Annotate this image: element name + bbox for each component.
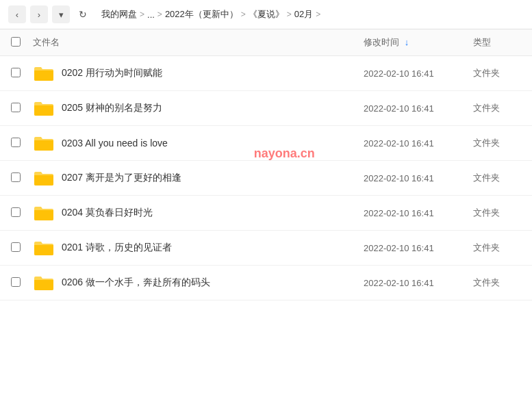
folder-icon	[33, 204, 55, 222]
folder-icon	[33, 274, 55, 292]
sort-icon: ↓	[405, 37, 409, 47]
file-name-text: 0201 诗歌，历史的见证者	[62, 242, 172, 254]
file-type: 文件夹	[473, 172, 521, 184]
breadcrumb-show[interactable]: 《夏说》	[249, 8, 284, 21]
back-button[interactable]: ‹	[8, 5, 26, 23]
breadcrumb-mycloud[interactable]: 我的网盘	[101, 8, 137, 21]
table-row[interactable]: 0204 莫负春日好时光 2022-02-10 16:41 文件夹	[0, 196, 532, 231]
file-name-text: 0203 All you need is love	[62, 138, 168, 149]
row-checkbox-0[interactable]	[11, 68, 21, 77]
row-checkbox-5[interactable]	[11, 242, 21, 252]
header-name-col: 文件名	[30, 36, 364, 49]
file-date: 2022-02-10 16:41	[364, 138, 473, 149]
table-row[interactable]: 0201 诗歌，历史的见证者 2022-02-10 16:41 文件夹	[0, 231, 532, 266]
breadcrumb: 我的网盘 > ... > 2022年（更新中） > 《夏说》 > 02月 >	[96, 5, 524, 23]
table-row[interactable]: 0205 财神的别名是努力 2022-02-10 16:41 文件夹	[0, 91, 532, 126]
file-date: 2022-02-10 16:41	[364, 103, 473, 114]
header-date-label: 修改时间	[364, 37, 399, 47]
file-type: 文件夹	[473, 102, 521, 114]
table-row[interactable]: 0203 All you need is love 2022-02-10 16:…	[0, 126, 532, 161]
header-date-col[interactable]: 修改时间 ↓	[364, 36, 473, 49]
header-checkbox-col	[11, 37, 30, 49]
file-name-text: 0207 离开是为了更好的相逢	[62, 172, 181, 184]
file-type: 文件夹	[473, 242, 521, 254]
file-name-text: 0204 莫负春日好时光	[62, 207, 153, 219]
file-name-text: 0206 做一个水手，奔赴所有的码头	[62, 277, 210, 289]
refresh-button[interactable]: ↻	[74, 5, 92, 23]
header-name-label: 文件名	[33, 37, 60, 47]
file-type: 文件夹	[473, 137, 521, 149]
file-name-text: 0202 用行动为时间赋能	[62, 67, 162, 79]
file-type: 文件夹	[473, 67, 521, 79]
folder-icon	[33, 239, 55, 257]
breadcrumb-sep-4: >	[316, 10, 320, 19]
breadcrumb-month[interactable]: 02月	[294, 8, 313, 21]
file-type: 文件夹	[473, 277, 521, 289]
table-header: 文件名 修改时间 ↓ 类型	[0, 29, 532, 56]
breadcrumb-year[interactable]: 2022年（更新中）	[165, 8, 238, 21]
dropdown-button[interactable]: ▾	[52, 5, 70, 23]
file-name-text: 0205 财神的别名是努力	[62, 102, 162, 114]
header-type-label: 类型	[473, 37, 491, 47]
folder-icon	[33, 169, 55, 187]
row-checkbox-6[interactable]	[11, 277, 21, 287]
select-all-checkbox[interactable]	[11, 37, 21, 47]
row-checkbox-4[interactable]	[11, 207, 21, 217]
file-date: 2022-02-10 16:41	[364, 243, 473, 253]
table-row[interactable]: 0202 用行动为时间赋能 2022-02-10 16:41 文件夹	[0, 56, 532, 91]
table-row[interactable]: 0207 离开是为了更好的相逢 2022-02-10 16:41 文件夹	[0, 161, 532, 196]
breadcrumb-sep-1: >	[157, 10, 162, 19]
file-date: 2022-02-10 16:41	[364, 173, 473, 183]
folder-icon	[33, 99, 55, 117]
file-type: 文件夹	[473, 207, 521, 219]
row-checkbox-2[interactable]	[11, 138, 21, 147]
breadcrumb-ellipsis[interactable]: ...	[147, 10, 155, 20]
folder-icon	[33, 134, 55, 152]
breadcrumb-sep-0: >	[140, 10, 144, 19]
file-date: 2022-02-10 16:41	[364, 208, 473, 218]
breadcrumb-sep-3: >	[287, 10, 292, 19]
header-type-col: 类型	[473, 36, 521, 49]
row-checkbox-3[interactable]	[11, 172, 21, 182]
row-checkbox-1[interactable]	[11, 103, 21, 112]
file-list: 0202 用行动为时间赋能 2022-02-10 16:41 文件夹 0205 …	[0, 56, 532, 300]
toolbar: ‹ › ▾ ↻ 我的网盘 > ... > 2022年（更新中） > 《夏说》 >…	[0, 0, 532, 29]
table-row[interactable]: 0206 做一个水手，奔赴所有的码头 2022-02-10 16:41 文件夹	[0, 266, 532, 300]
folder-icon	[33, 64, 55, 82]
file-date: 2022-02-10 16:41	[364, 68, 473, 79]
file-date: 2022-02-10 16:41	[364, 278, 473, 288]
breadcrumb-sep-2: >	[241, 10, 246, 19]
forward-button[interactable]: ›	[30, 5, 48, 23]
